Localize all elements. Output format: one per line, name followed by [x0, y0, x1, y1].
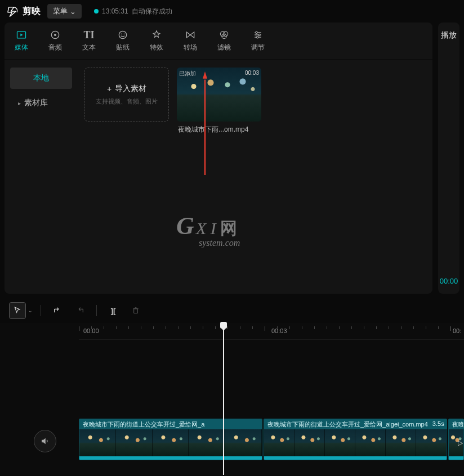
- speaker-icon: [40, 436, 50, 446]
- app-name: 剪映: [23, 6, 41, 17]
- effect-icon: [151, 29, 162, 41]
- tab-media[interactable]: 媒体: [11, 27, 32, 55]
- playhead[interactable]: [223, 323, 224, 475]
- ruler-label: 00:: [453, 327, 461, 334]
- svg-point-11: [257, 37, 258, 38]
- added-badge: 已添加: [179, 70, 196, 78]
- split-icon: ][: [111, 307, 116, 315]
- app-logo: 剪映: [7, 5, 41, 17]
- tab-adjust[interactable]: 调节: [248, 27, 268, 55]
- undo-button[interactable]: [49, 302, 66, 319]
- tab-filter[interactable]: 滤镜: [214, 27, 234, 55]
- svg-rect-14: [134, 309, 138, 313]
- tab-effect[interactable]: 特效: [146, 27, 167, 55]
- caret-right-icon: ▸: [18, 100, 21, 106]
- import-media-button[interactable]: + 导入素材 支持视频、音频、图片: [84, 68, 169, 122]
- svg-point-2: [54, 34, 56, 36]
- tab-transition[interactable]: 转场: [180, 27, 200, 55]
- media-thumbnail[interactable]: 已添加 00:03: [177, 68, 261, 122]
- menu-button[interactable]: 菜单 ⌄: [47, 4, 82, 19]
- redo-icon: [75, 306, 84, 315]
- sidebar-item-local[interactable]: 本地: [10, 68, 72, 89]
- media-sidebar: 本地 ▸ 素材库: [5, 60, 78, 294]
- preview-label: 播放: [438, 30, 459, 41]
- status-dot-icon: [94, 9, 99, 14]
- trash-icon: [131, 306, 140, 315]
- track-mute-button[interactable]: [34, 430, 56, 452]
- timeline-ruler[interactable]: 00:00 00:03 00:: [79, 323, 464, 340]
- sidebar-item-library[interactable]: ▸ 素材库: [10, 92, 72, 114]
- clip-1[interactable]: 夜晚城市下雨的街道上公交车开过_爱给网_a: [79, 419, 262, 460]
- filter-icon: [218, 29, 230, 41]
- svg-point-4: [121, 34, 122, 35]
- redo-button[interactable]: [72, 302, 88, 319]
- logo-icon: [7, 5, 19, 17]
- svg-point-9: [256, 32, 257, 33]
- tracks: 夜晚城市下雨的街道上公交车开过_爱给网_a 夜晚城市下雨的街道上公交车开过_爱给…: [0, 340, 464, 458]
- svg-point-5: [124, 34, 125, 35]
- duration-badge: 00:03: [245, 70, 259, 76]
- titlebar: 剪映 菜单 ⌄ 13:05:31 自动保存成功: [0, 0, 464, 23]
- adjust-icon: [252, 29, 264, 41]
- tab-text[interactable]: TI 文本: [79, 27, 99, 55]
- media-icon: [16, 29, 27, 41]
- text-icon: TI: [83, 29, 95, 41]
- select-tool[interactable]: [9, 302, 26, 319]
- clip-2[interactable]: 夜晚城市下雨的街道上公交车开过_爱给网_aigei_com.mp4 3.5s: [264, 419, 447, 460]
- preview-panel: 播放 00:00: [438, 23, 459, 294]
- delete-button[interactable]: [127, 302, 144, 319]
- split-button[interactable]: ][: [105, 302, 122, 319]
- watermark: G X I 网 system.com: [176, 212, 240, 248]
- timeline[interactable]: 00:00 00:03 00: 夜晚城市下雨的街道上公交车开过_爱给网_a 夜晚…: [0, 323, 464, 475]
- svg-point-10: [258, 34, 260, 35]
- svg-point-3: [119, 31, 126, 38]
- audio-icon: [50, 29, 61, 41]
- preview-time: 00:00: [438, 277, 459, 285]
- play-indicator-icon: ▷: [458, 439, 463, 447]
- ruler-label: 00:03: [271, 327, 287, 334]
- autosave-status: 13:05:31 自动保存成功: [94, 7, 172, 16]
- tab-audio[interactable]: 音频: [45, 27, 65, 55]
- undo-icon: [53, 306, 62, 315]
- plus-icon: +: [107, 84, 111, 93]
- video-track[interactable]: 夜晚城市下雨的街道上公交车开过_爱给网_a 夜晚城市下雨的街道上公交车开过_爱给…: [79, 419, 464, 460]
- sticker-icon: [117, 29, 128, 41]
- transition-icon: [185, 29, 196, 41]
- chevron-down-icon[interactable]: ⌄: [28, 308, 33, 313]
- chevron-down-icon: ⌄: [70, 7, 76, 16]
- timeline-toolbar: ⌄ ][: [0, 298, 464, 323]
- tab-sticker[interactable]: 贴纸: [113, 27, 133, 55]
- media-content: + 导入素材 支持视频、音频、图片 已添加 00:03 夜晚城市下雨...om.…: [78, 60, 432, 294]
- cursor-icon: [13, 306, 22, 315]
- media-item[interactable]: 已添加 00:03 夜晚城市下雨...om.mp4: [177, 68, 261, 134]
- category-tabs: 媒体 音频 TI 文本 贴纸 特效 转场: [5, 23, 432, 60]
- media-panel: 媒体 音频 TI 文本 贴纸 特效 转场: [5, 23, 432, 294]
- media-filename: 夜晚城市下雨...om.mp4: [177, 125, 261, 134]
